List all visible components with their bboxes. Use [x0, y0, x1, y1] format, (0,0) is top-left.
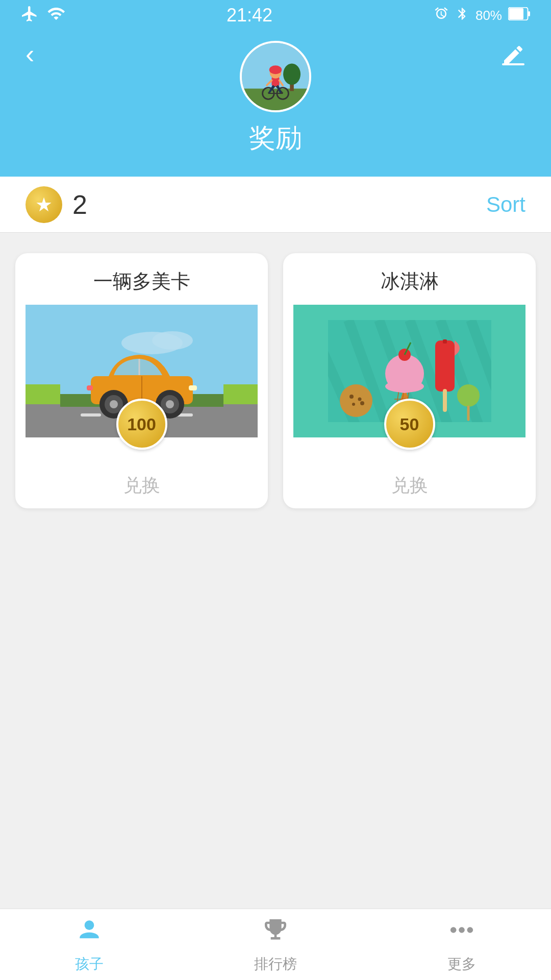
bottom-nav: 孩子 排行榜 更多	[0, 909, 551, 980]
svg-point-39	[166, 400, 174, 408]
reward-cost-car: 100	[116, 399, 167, 450]
redeem-label-icecream: 兑换	[391, 473, 428, 498]
coin-info: ★ 2	[26, 186, 87, 223]
svg-rect-64	[443, 339, 447, 344]
svg-point-69	[450, 927, 456, 933]
svg-point-50	[349, 395, 354, 399]
svg-rect-41	[87, 385, 93, 390]
coin-bar: ★ 2 Sort	[0, 177, 551, 233]
svg-point-68	[85, 920, 94, 930]
status-time: 21:42	[227, 5, 272, 26]
nav-item-ranking[interactable]: 排行榜	[254, 916, 297, 974]
status-bar: 21:42 80%	[0, 0, 551, 31]
nav-item-kids[interactable]: 孩子	[75, 916, 104, 974]
star-icon: ★	[35, 193, 53, 216]
status-left	[20, 5, 65, 27]
svg-point-15	[269, 65, 282, 74]
svg-rect-63	[435, 340, 455, 391]
redeem-label-car: 兑换	[123, 473, 160, 498]
reward-title-car: 一辆多美卡	[93, 268, 190, 295]
svg-point-70	[459, 927, 465, 933]
svg-point-71	[467, 927, 473, 933]
back-button[interactable]: ‹	[26, 41, 34, 67]
coin-icon: ★	[26, 186, 62, 223]
alarm-icon	[434, 6, 449, 25]
kids-icon	[75, 916, 104, 950]
edit-button[interactable]	[501, 43, 525, 72]
reward-card-car[interactable]: 一辆多美卡	[15, 253, 268, 508]
svg-point-66	[457, 384, 480, 407]
svg-rect-5	[242, 89, 309, 110]
nav-item-more[interactable]: 更多	[447, 916, 476, 974]
svg-point-52	[352, 403, 355, 406]
svg-rect-2	[528, 11, 530, 16]
reward-card-icecream[interactable]: 冰淇淋	[283, 253, 536, 508]
status-right: 80%	[434, 6, 531, 25]
nav-label-more: 更多	[447, 954, 476, 974]
nav-label-kids: 孩子	[75, 954, 104, 974]
svg-rect-1	[509, 8, 523, 19]
reward-image-wrapper-icecream: 50	[293, 305, 525, 437]
svg-rect-40	[189, 385, 197, 390]
svg-point-61	[385, 380, 424, 393]
reward-cost-icecream: 50	[384, 399, 435, 450]
svg-rect-65	[443, 389, 447, 412]
page-title: 奖励	[249, 120, 302, 156]
svg-point-49	[340, 384, 372, 417]
svg-point-36	[110, 400, 118, 408]
sort-button[interactable]: Sort	[486, 192, 525, 217]
battery-icon	[508, 7, 531, 24]
reward-title-icecream: 冰淇淋	[381, 268, 439, 295]
more-icon	[447, 916, 476, 950]
svg-rect-3	[502, 63, 524, 65]
bluetooth-icon	[455, 7, 469, 24]
header: ‹	[0, 31, 551, 177]
avatar	[240, 41, 311, 112]
trophy-icon	[261, 916, 290, 950]
svg-point-51	[358, 398, 361, 401]
wifi-icon	[47, 5, 65, 27]
coin-count: 2	[72, 189, 87, 220]
nav-label-ranking: 排行榜	[254, 954, 297, 974]
rewards-grid: 一辆多美卡	[0, 233, 551, 529]
airplane-icon	[20, 5, 39, 27]
svg-rect-25	[81, 413, 101, 416]
svg-point-53	[360, 401, 364, 405]
battery-percent: 80%	[475, 8, 502, 23]
svg-point-22	[152, 331, 193, 350]
reward-image-wrapper-car: 100	[26, 305, 258, 437]
svg-point-7	[283, 64, 300, 85]
